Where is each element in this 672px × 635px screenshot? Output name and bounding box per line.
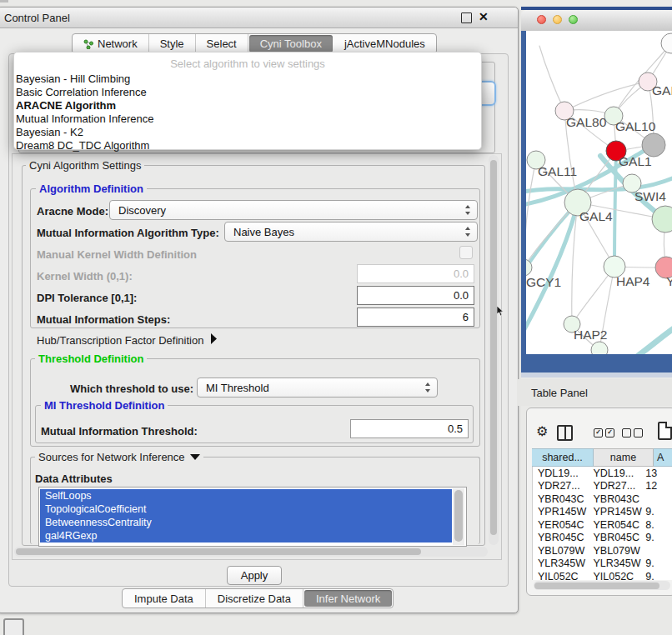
- tab-label: Style: [160, 38, 184, 50]
- control-panel-titlebar[interactable]: Control Panel ✕: [0, 8, 518, 28]
- bottom-tab-discretize-data[interactable]: Discretize Data: [206, 589, 303, 608]
- network-edge[interactable]: [564, 82, 648, 111]
- table-row[interactable]: YBL079WYBL079W: [533, 544, 672, 558]
- network-window-titlebar[interactable]: [521, 10, 672, 32]
- kernel-width-label: Kernel Width (0,1):: [37, 270, 133, 282]
- data-attribute-item[interactable]: TopologicalCoefficient: [40, 502, 452, 516]
- table-row[interactable]: YBR043CYBR043C: [533, 492, 672, 506]
- network-window-shadow-strip: [521, 372, 672, 378]
- table-row[interactable]: YDL19...YDL19...13: [533, 467, 672, 480]
- mi-steps-field[interactable]: 6: [357, 308, 474, 327]
- table-cell: 8.: [642, 519, 672, 531]
- table-header: shared...nameA: [532, 448, 672, 467]
- which-threshold-combo[interactable]: MI Threshold: [197, 378, 438, 398]
- float-window-icon[interactable]: [461, 12, 472, 23]
- aracne-mode-value: Discovery: [118, 204, 166, 217]
- table-hscrollbar[interactable]: [534, 581, 670, 590]
- algorithm-option[interactable]: Dream8 DC_TDC Algorithm: [14, 139, 481, 152]
- table-row[interactable]: YBR045CYBR045C9.: [533, 532, 672, 545]
- tab-style[interactable]: Style: [149, 34, 196, 53]
- data-attribute-item[interactable]: gal4RGexp: [40, 529, 452, 542]
- algorithm-option[interactable]: ARACNE Algorithm: [14, 99, 481, 112]
- split-columns-icon[interactable]: [557, 425, 573, 441]
- table-cell: 9.: [642, 558, 672, 569]
- network-node[interactable]: [591, 342, 608, 354]
- corner-widget-fragment[interactable]: [3, 618, 24, 635]
- zoom-traffic-icon[interactable]: [569, 15, 578, 24]
- bottom-tab-infer-network[interactable]: Infer Network: [304, 590, 392, 607]
- table-cell: YBR043C: [588, 493, 642, 505]
- tab-label: Cyni Toolbox: [260, 38, 322, 50]
- tab-cyni-toolbox[interactable]: Cyni Toolbox: [249, 35, 333, 52]
- data-attributes-listbox: SelfLoopsTopologicalCoefficientBetweenne…: [38, 487, 467, 547]
- network-edge[interactable]: [614, 151, 616, 267]
- deselect-all-columns-icon[interactable]: [622, 428, 643, 438]
- tab-jactivemnodules[interactable]: jActiveMNodules: [333, 34, 436, 53]
- algorithm-option[interactable]: Bayesian - Hill Climbing: [14, 72, 481, 86]
- threshold-title: Threshold Definition: [35, 352, 147, 365]
- algorithm-option[interactable]: Mutual Information Inference: [14, 112, 481, 126]
- dpi-tolerance-label: DPI Tolerance [0,1]:: [37, 292, 137, 304]
- tab-label: jActiveMNodules: [344, 38, 425, 50]
- hub-definition-toggle[interactable]: Hub/Transcription Factor Definition: [37, 333, 218, 347]
- table-cell: YLR345W: [588, 558, 642, 569]
- sources-title-row[interactable]: Sources for Network Inference: [35, 451, 203, 463]
- network-edge[interactable]: [526, 202, 578, 281]
- gear-icon[interactable]: ⚙: [536, 423, 548, 439]
- table-cell: YBL079W: [588, 545, 642, 557]
- mi-type-combo[interactable]: Naive Bayes: [224, 222, 478, 242]
- kernel-width-field[interactable]: 0.0: [357, 264, 474, 283]
- network-edge[interactable]: [638, 327, 672, 354]
- table-row[interactable]: YLR345WYLR345W9.: [533, 558, 672, 571]
- data-attribute-item[interactable]: BetweennessCentrality: [40, 516, 452, 529]
- tab-network[interactable]: Network: [73, 34, 149, 53]
- network-edge[interactable]: [539, 46, 564, 111]
- manual-kernel-checkbox[interactable]: [459, 246, 473, 259]
- mi-threshold-group-title: MI Threshold Definition: [41, 399, 168, 412]
- table-cell: YBR045C: [533, 532, 588, 543]
- close-icon[interactable]: ✕: [479, 10, 489, 23]
- data-attribute-item[interactable]: SelfLoops: [40, 489, 452, 502]
- dpi-tolerance-field[interactable]: 0.0: [357, 286, 474, 305]
- table-row[interactable]: YIL052CYIL052C9.: [533, 570, 672, 580]
- network-node-label: GAL1: [619, 154, 652, 168]
- mi-threshold-field[interactable]: 0.5: [350, 419, 469, 438]
- network-node[interactable]: [661, 33, 672, 53]
- table-column-header[interactable]: A: [654, 448, 672, 467]
- combo-arrows-icon: [424, 382, 431, 392]
- which-threshold-value: MI Threshold: [206, 382, 269, 394]
- list-vscrollbar[interactable]: [453, 488, 464, 545]
- attr-list: SelfLoopsTopologicalCoefficientBetweenne…: [40, 489, 452, 542]
- apply-button[interactable]: Apply: [227, 566, 282, 585]
- table-cell: YDR27...: [588, 480, 642, 492]
- minimize-traffic-icon[interactable]: [553, 15, 562, 24]
- network-node[interactable]: [642, 133, 665, 157]
- table-row[interactable]: YER054CYER054C8.: [533, 518, 672, 532]
- table-row[interactable]: YPR145WYPR145W9.: [533, 506, 672, 519]
- settings-vscrollbar[interactable]: [489, 155, 499, 545]
- tab-select[interactable]: Select: [196, 34, 248, 53]
- window-title: Control Panel: [0, 12, 70, 24]
- select-all-columns-icon[interactable]: ✓✓: [594, 428, 614, 438]
- new-table-icon[interactable]: [658, 422, 672, 440]
- table-column-header[interactable]: name: [594, 448, 654, 467]
- bottom-tabbar: Impute DataDiscretize DataInfer Network: [122, 588, 394, 608]
- network-graph[interactable]: GALGAL80GAL10GAL1GAL11SWI4GAL4GCY1HAP4YH…: [526, 31, 672, 354]
- settings-hscrollbar[interactable]: [14, 547, 488, 557]
- close-traffic-icon[interactable]: [537, 15, 546, 24]
- tab-label: Select: [207, 38, 237, 50]
- aracne-mode-label: Aracne Mode:: [37, 205, 108, 218]
- algorithm-option[interactable]: Basic Correlation Inference: [14, 86, 481, 99]
- algorithm-option[interactable]: Bayesian - K2: [14, 126, 481, 139]
- table-panel-title: Table Panel: [531, 387, 588, 399]
- table-column-header[interactable]: shared...: [532, 448, 594, 467]
- table-row[interactable]: YDR27...YDR27...12: [533, 480, 672, 493]
- dpi-tolerance-value: 0.0: [454, 289, 469, 302]
- screen: Control Panel ✕ NetworkStyleSelectCyni T…: [0, 0, 672, 635]
- kernel-width-value: 0.0: [454, 268, 469, 280]
- mi-threshold-label: Mutual Information Threshold:: [41, 425, 198, 438]
- aracne-mode-combo[interactable]: Discovery: [109, 200, 478, 220]
- table-cell: YIL052C: [533, 571, 588, 580]
- table-cell: YIL052C: [588, 571, 642, 580]
- bottom-tab-impute-data[interactable]: Impute Data: [123, 589, 206, 608]
